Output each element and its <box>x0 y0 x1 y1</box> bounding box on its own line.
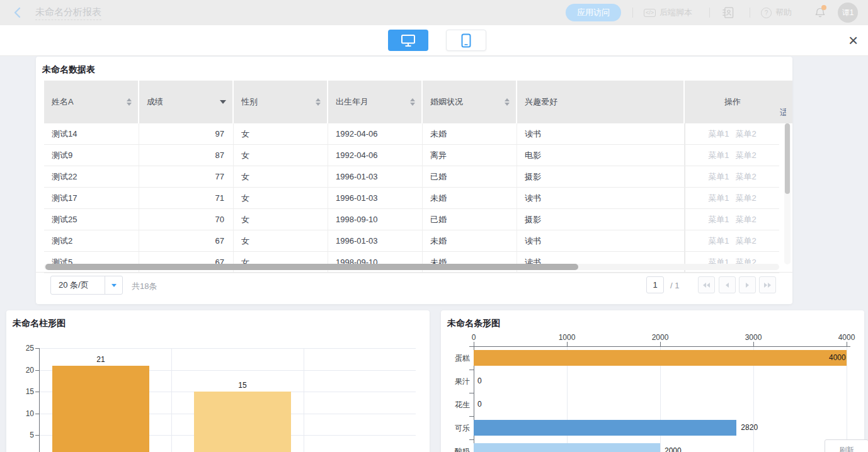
category-axis-tick <box>469 393 474 393</box>
horizontal-bar[interactable] <box>474 420 736 436</box>
y-axis-tick-label: 15 <box>14 387 34 396</box>
row-action-link[interactable]: 菜单2 <box>736 235 757 247</box>
table-cell: 测试25 <box>44 209 139 230</box>
left-arrow-icon <box>726 283 729 288</box>
last-page-button[interactable] <box>759 276 776 293</box>
column-header-1[interactable]: 姓名A <box>44 81 138 123</box>
column-bar[interactable] <box>194 392 291 452</box>
horizontal-bar[interactable] <box>474 443 660 452</box>
double-right-arrow-icon <box>764 283 767 288</box>
backend-script-button[interactable]: </> 后端脚本 <box>644 0 692 25</box>
row-action-link[interactable]: 菜单2 <box>736 193 757 204</box>
row-actions-cell: 菜单1菜单2 <box>685 123 779 144</box>
gridline-h <box>39 348 416 349</box>
column-header-2[interactable]: 成绩 <box>139 81 232 123</box>
help-button[interactable]: ? 帮助 <box>761 0 792 25</box>
row-action-link[interactable]: 菜单1 <box>708 193 729 204</box>
user-avatar[interactable]: 谭1 <box>838 3 858 23</box>
bar-value-label: 0 <box>477 376 482 385</box>
row-action-link[interactable]: 菜单1 <box>708 235 729 247</box>
y-axis-tick-label: 25 <box>14 344 34 353</box>
table-cell: 97 <box>139 123 234 144</box>
category-label: 果汁 <box>443 376 470 387</box>
column-header-label: 姓名A <box>52 96 74 108</box>
column-chart-title: 未命名柱形图 <box>13 318 66 329</box>
table-cell: 测试17 <box>44 188 139 208</box>
desktop-view-toggle[interactable] <box>388 30 428 51</box>
sort-desc-icon <box>220 100 226 104</box>
close-icon[interactable]: × <box>848 29 858 52</box>
page-number-input[interactable]: 1 <box>646 276 664 293</box>
row-action-link[interactable]: 菜单2 <box>736 214 757 225</box>
table-cell: 测试9 <box>44 145 139 166</box>
table-cell: 77 <box>139 166 234 187</box>
row-action-link[interactable]: 菜单1 <box>708 214 729 225</box>
table-cell: 读书 <box>517 123 685 144</box>
x-axis-tick <box>474 342 474 346</box>
divider <box>36 272 792 273</box>
row-actions-cell: 菜单1菜单2 <box>685 166 779 187</box>
horizontal-scrollbar-thumb[interactable] <box>45 264 578 270</box>
x-axis-tick-label: 4000 <box>834 333 859 342</box>
table-cell: 已婚 <box>423 166 517 187</box>
header-filler: 适 <box>779 81 792 123</box>
x-axis-tick-label: 2000 <box>648 333 673 342</box>
y-axis-line <box>39 348 40 452</box>
table-cell: 电影 <box>517 145 685 166</box>
category-axis-tick <box>469 370 474 370</box>
table-header-row: 姓名A成绩性别出生年月婚姻状况兴趣爱好操作 <box>44 81 779 123</box>
category-label: 蛋糕 <box>443 353 470 364</box>
top-navbar: 未命名分析报表 应用访问 </> 后端脚本 ? 帮助 谭1 <box>0 0 868 26</box>
divider <box>632 8 633 18</box>
total-count-label: 共18条 <box>132 281 157 292</box>
column-header-3[interactable]: 性别 <box>234 81 327 123</box>
phone-icon <box>461 33 471 48</box>
horizontal-bar[interactable] <box>474 350 847 366</box>
row-action-link[interactable]: 菜单2 <box>736 150 757 161</box>
bar-value-label: 21 <box>88 355 113 364</box>
row-action-link[interactable]: 菜单1 <box>708 128 729 140</box>
table-row: 测试1771女1996-01-03未婚读书菜单1菜单2 <box>44 188 779 209</box>
next-page-button[interactable] <box>739 276 756 293</box>
category-label: 可乐 <box>443 423 470 434</box>
row-actions-cell: 菜单1菜单2 <box>685 209 779 230</box>
clipped-floating-button[interactable]: 刷新 <box>825 439 868 452</box>
column-header-label: 婚姻状况 <box>430 96 463 108</box>
data-table-card: 未命名数据表 姓名A成绩性别出生年月婚姻状况兴趣爱好操作 适 测试1497女19… <box>36 57 792 304</box>
table-cell: 1996-01-03 <box>328 166 423 187</box>
x-axis-tick <box>847 342 847 346</box>
back-icon[interactable] <box>14 7 21 18</box>
vertical-scrollbar[interactable] <box>784 123 791 264</box>
monitor-icon <box>401 35 415 47</box>
row-action-link[interactable]: 菜单2 <box>736 128 757 140</box>
row-action-link[interactable]: 菜单1 <box>708 150 729 161</box>
table-cell: 女 <box>234 209 328 230</box>
first-page-button[interactable] <box>698 276 715 293</box>
prev-page-button[interactable] <box>719 276 736 293</box>
row-action-link[interactable]: 菜单2 <box>736 171 757 183</box>
x-axis-tick-label: 0 <box>461 333 486 342</box>
app-access-button[interactable]: 应用访问 <box>566 4 621 21</box>
table-cell: 测试2 <box>44 230 139 251</box>
page-size-select[interactable]: 20 条/页 <box>50 276 123 295</box>
row-action-link[interactable]: 菜单1 <box>708 171 729 183</box>
column-header-4[interactable]: 出生年月 <box>328 81 421 123</box>
table-cell: 1998-09-10 <box>328 209 423 230</box>
horizontal-scrollbar[interactable] <box>44 264 779 270</box>
address-book-icon[interactable] <box>722 6 734 19</box>
category-separator-line <box>304 348 304 452</box>
column-bar[interactable] <box>52 366 149 452</box>
table-cell: 87 <box>139 145 234 166</box>
page-size-value: 20 条/页 <box>51 280 105 291</box>
column-header-6: 兴趣爱好 <box>517 81 683 123</box>
column-header-label: 操作 <box>724 96 741 108</box>
row-actions-cell: 菜单1菜单2 <box>685 230 779 251</box>
vertical-scrollbar-thumb[interactable] <box>785 123 790 194</box>
category-axis-tick <box>469 439 474 440</box>
bar-value-label: 15 <box>230 381 255 390</box>
table-cell: 已婚 <box>423 209 517 230</box>
mobile-view-toggle[interactable] <box>446 30 486 51</box>
table-cell: 女 <box>234 123 328 144</box>
table-cell: 女 <box>234 145 328 166</box>
column-header-5[interactable]: 婚姻状况 <box>423 81 516 123</box>
